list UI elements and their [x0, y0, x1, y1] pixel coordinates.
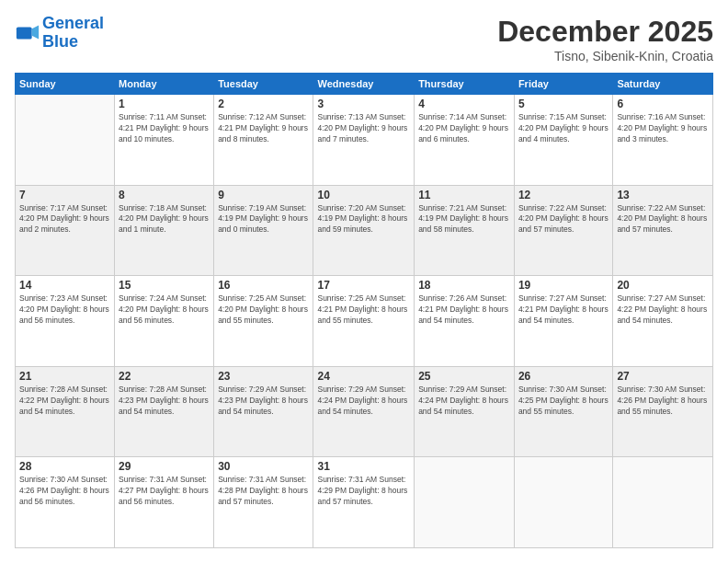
calendar-cell: [16, 95, 115, 186]
calendar-cell: 14Sunrise: 7:23 AM Sunset: 4:20 PM Dayli…: [16, 276, 115, 367]
day-number: 18: [418, 279, 510, 292]
calendar-cell: 29Sunrise: 7:31 AM Sunset: 4:27 PM Dayli…: [115, 457, 214, 548]
day-number: 24: [317, 370, 410, 383]
day-info: Sunrise: 7:30 AM Sunset: 4:26 PM Dayligh…: [19, 475, 110, 508]
day-info: Sunrise: 7:30 AM Sunset: 4:25 PM Dayligh…: [518, 385, 609, 418]
calendar-week-row: 14Sunrise: 7:23 AM Sunset: 4:20 PM Dayli…: [16, 276, 713, 367]
day-number: 17: [317, 279, 410, 292]
day-info: Sunrise: 7:15 AM Sunset: 4:20 PM Dayligh…: [518, 112, 609, 145]
day-number: 10: [317, 189, 410, 201]
day-header-friday: Friday: [514, 74, 612, 95]
calendar-cell: 13Sunrise: 7:22 AM Sunset: 4:20 PM Dayli…: [613, 185, 713, 276]
day-number: 26: [518, 370, 609, 383]
svg-rect-0: [17, 27, 32, 39]
calendar-cell: 24Sunrise: 7:29 AM Sunset: 4:24 PM Dayli…: [313, 366, 415, 457]
calendar-cell: 17Sunrise: 7:25 AM Sunset: 4:21 PM Dayli…: [313, 276, 415, 367]
day-info: Sunrise: 7:31 AM Sunset: 4:27 PM Dayligh…: [119, 475, 210, 508]
calendar-body: 1Sunrise: 7:11 AM Sunset: 4:21 PM Daylig…: [16, 95, 713, 548]
calendar-cell: 8Sunrise: 7:18 AM Sunset: 4:20 PM Daylig…: [115, 185, 214, 276]
calendar-cell: 2Sunrise: 7:12 AM Sunset: 4:21 PM Daylig…: [214, 95, 313, 186]
calendar-cell: [613, 457, 713, 548]
day-number: 16: [218, 279, 309, 292]
calendar-cell: 9Sunrise: 7:19 AM Sunset: 4:19 PM Daylig…: [214, 185, 313, 276]
day-info: Sunrise: 7:24 AM Sunset: 4:20 PM Dayligh…: [119, 293, 210, 327]
day-info: Sunrise: 7:31 AM Sunset: 4:28 PM Dayligh…: [218, 475, 309, 508]
day-number: 21: [19, 370, 110, 383]
day-info: Sunrise: 7:22 AM Sunset: 4:20 PM Dayligh…: [617, 203, 709, 236]
day-number: 14: [19, 279, 110, 292]
day-number: 28: [19, 460, 110, 473]
day-info: Sunrise: 7:22 AM Sunset: 4:20 PM Dayligh…: [518, 203, 609, 236]
day-number: 11: [418, 189, 510, 201]
day-number: 5: [518, 98, 609, 110]
day-info: Sunrise: 7:30 AM Sunset: 4:26 PM Dayligh…: [617, 385, 709, 418]
calendar-cell: 11Sunrise: 7:21 AM Sunset: 4:19 PM Dayli…: [415, 185, 515, 276]
day-info: Sunrise: 7:26 AM Sunset: 4:21 PM Dayligh…: [418, 293, 510, 327]
day-number: 20: [617, 279, 709, 292]
calendar-cell: 18Sunrise: 7:26 AM Sunset: 4:21 PM Dayli…: [415, 276, 515, 367]
calendar-cell: 6Sunrise: 7:16 AM Sunset: 4:20 PM Daylig…: [613, 95, 713, 186]
logo-general: General: [42, 14, 104, 32]
calendar-cell: 23Sunrise: 7:29 AM Sunset: 4:23 PM Dayli…: [214, 366, 313, 457]
day-info: Sunrise: 7:28 AM Sunset: 4:22 PM Dayligh…: [19, 385, 110, 418]
day-number: 6: [617, 98, 709, 110]
title-section: December 2025 Tisno, Sibenik-Knin, Croat…: [497, 15, 713, 63]
calendar-cell: 22Sunrise: 7:28 AM Sunset: 4:23 PM Dayli…: [115, 366, 214, 457]
day-number: 2: [218, 98, 309, 110]
day-info: Sunrise: 7:17 AM Sunset: 4:20 PM Dayligh…: [19, 203, 110, 236]
day-info: Sunrise: 7:11 AM Sunset: 4:21 PM Dayligh…: [119, 112, 210, 145]
calendar-cell: 12Sunrise: 7:22 AM Sunset: 4:20 PM Dayli…: [514, 185, 612, 276]
calendar-cell: 16Sunrise: 7:25 AM Sunset: 4:20 PM Dayli…: [214, 276, 313, 367]
day-info: Sunrise: 7:16 AM Sunset: 4:20 PM Dayligh…: [617, 112, 709, 145]
day-info: Sunrise: 7:19 AM Sunset: 4:19 PM Dayligh…: [218, 203, 309, 236]
day-info: Sunrise: 7:23 AM Sunset: 4:20 PM Dayligh…: [19, 293, 110, 327]
calendar-week-row: 21Sunrise: 7:28 AM Sunset: 4:22 PM Dayli…: [16, 366, 713, 457]
day-info: Sunrise: 7:27 AM Sunset: 4:22 PM Dayligh…: [617, 293, 709, 327]
day-number: 27: [617, 370, 709, 383]
day-info: Sunrise: 7:25 AM Sunset: 4:21 PM Dayligh…: [317, 293, 410, 327]
day-number: 13: [617, 189, 709, 201]
logo: General Blue: [15, 15, 104, 52]
calendar-cell: 1Sunrise: 7:11 AM Sunset: 4:21 PM Daylig…: [115, 95, 214, 186]
day-number: 25: [418, 370, 510, 383]
calendar-cell: 20Sunrise: 7:27 AM Sunset: 4:22 PM Dayli…: [613, 276, 713, 367]
calendar-cell: 5Sunrise: 7:15 AM Sunset: 4:20 PM Daylig…: [514, 95, 612, 186]
day-number: 29: [119, 460, 210, 473]
calendar-cell: 25Sunrise: 7:29 AM Sunset: 4:24 PM Dayli…: [415, 366, 515, 457]
day-number: 7: [19, 189, 110, 201]
day-number: 22: [119, 370, 210, 383]
calendar-week-row: 1Sunrise: 7:11 AM Sunset: 4:21 PM Daylig…: [16, 95, 713, 186]
calendar-cell: 30Sunrise: 7:31 AM Sunset: 4:28 PM Dayli…: [214, 457, 313, 548]
month-title: December 2025: [497, 15, 713, 49]
day-info: Sunrise: 7:29 AM Sunset: 4:24 PM Dayligh…: [317, 385, 410, 418]
svg-marker-1: [32, 25, 39, 39]
day-info: Sunrise: 7:14 AM Sunset: 4:20 PM Dayligh…: [418, 112, 510, 145]
day-number: 9: [218, 189, 309, 201]
day-number: 4: [418, 98, 510, 110]
day-info: Sunrise: 7:31 AM Sunset: 4:29 PM Dayligh…: [317, 475, 410, 508]
day-number: 30: [218, 460, 309, 473]
calendar-cell: 10Sunrise: 7:20 AM Sunset: 4:19 PM Dayli…: [313, 185, 415, 276]
day-number: 8: [119, 189, 210, 201]
day-number: 19: [518, 279, 609, 292]
calendar-page: General Blue December 2025 Tisno, Sibeni…: [0, 0, 728, 563]
calendar-cell: 28Sunrise: 7:30 AM Sunset: 4:26 PM Dayli…: [16, 457, 115, 548]
calendar-header-row: SundayMondayTuesdayWednesdayThursdayFrid…: [16, 74, 713, 95]
logo-blue: Blue: [42, 32, 78, 51]
day-header-tuesday: Tuesday: [214, 74, 313, 95]
day-number: 23: [218, 370, 309, 383]
calendar-week-row: 7Sunrise: 7:17 AM Sunset: 4:20 PM Daylig…: [16, 185, 713, 276]
day-info: Sunrise: 7:20 AM Sunset: 4:19 PM Dayligh…: [317, 203, 410, 236]
calendar-cell: [415, 457, 515, 548]
day-info: Sunrise: 7:27 AM Sunset: 4:21 PM Dayligh…: [518, 293, 609, 327]
day-header-saturday: Saturday: [613, 74, 713, 95]
header: General Blue December 2025 Tisno, Sibeni…: [15, 15, 713, 63]
logo-text: General Blue: [42, 15, 104, 52]
day-number: 3: [317, 98, 410, 110]
calendar-week-row: 28Sunrise: 7:30 AM Sunset: 4:26 PM Dayli…: [16, 457, 713, 548]
day-number: 12: [518, 189, 609, 201]
calendar-cell: 26Sunrise: 7:30 AM Sunset: 4:25 PM Dayli…: [514, 366, 612, 457]
day-header-monday: Monday: [115, 74, 214, 95]
day-info: Sunrise: 7:29 AM Sunset: 4:24 PM Dayligh…: [418, 385, 510, 418]
day-header-sunday: Sunday: [16, 74, 115, 95]
